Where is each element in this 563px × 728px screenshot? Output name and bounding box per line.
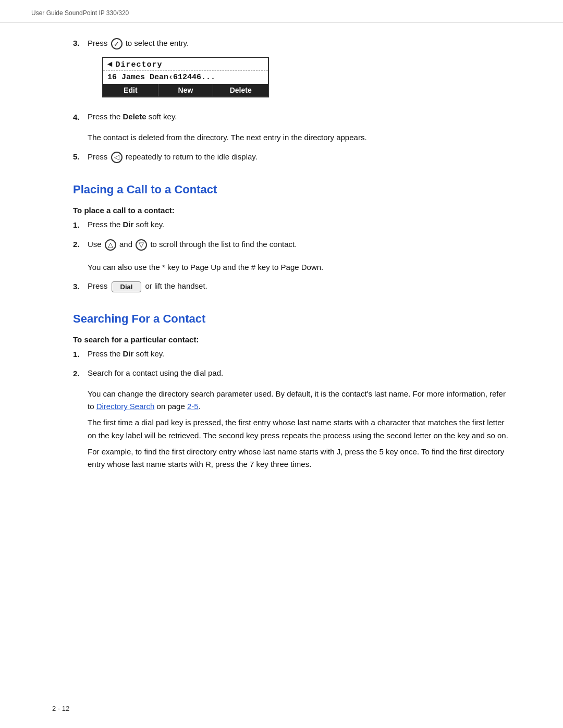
section2-heading: Searching For a Contact [73, 312, 511, 326]
page-link[interactable]: 2-5 [187, 402, 199, 411]
section1-step1-num: 1. [73, 220, 88, 229]
section1-step2: 2. Use △ and ▽ to scroll through the lis… [73, 239, 511, 254]
note5: For example, to find the first directory… [88, 446, 511, 472]
note4: The first time a dial pad key is pressed… [88, 416, 511, 442]
section1-step1-bold: Dir [123, 220, 134, 229]
step-4: 4. Press the Delete soft key. [73, 112, 511, 124]
note3: You can change the directory search para… [88, 388, 511, 414]
section1-subheading: To place a call to a contact: [73, 206, 511, 215]
step-5-num: 5. [73, 152, 88, 161]
section2-step2-num: 2. [73, 368, 88, 378]
screen-row1: ◄ Directory [103, 58, 268, 71]
screen-edit-btn[interactable]: Edit [103, 84, 158, 96]
up-arrow-icon: △ [105, 239, 116, 251]
device-screen: ◄ Directory 16 James Dean‹612446... Edit… [102, 57, 269, 97]
screen-buttons: Edit New Delete [103, 84, 268, 96]
screen-delete-btn[interactable]: Delete [213, 84, 268, 96]
step-5: 5. Press ◁ repeatedly to return to the i… [73, 152, 511, 166]
step-3a-content: Press ✓ to select the entry. ◄ Directory… [88, 38, 511, 105]
section2-step2: 2. Search for a contact using the dial p… [73, 368, 511, 380]
page-number: 2 - 12 [52, 705, 69, 712]
section2-step2-text: Search for a contact using the dial pad. [88, 368, 511, 377]
section1-step2-content: Use △ and ▽ to scroll through the list t… [88, 239, 511, 254]
section2-step1-content: Press the Dir soft key. [88, 349, 511, 361]
section1-step3-content: Press Dial or lift the handset. [88, 281, 511, 295]
directory-search-link[interactable]: Directory Search [96, 402, 155, 411]
screen-title: Directory [116, 60, 163, 69]
step-4-bold: Delete [123, 112, 146, 121]
section1-step3: 3. Press Dial or lift the handset. [73, 281, 511, 295]
screen-new-btn[interactable]: New [158, 84, 214, 96]
step-3a-num: 3. [73, 38, 88, 47]
section2-step1: 1. Press the Dir soft key. [73, 349, 511, 361]
step-5-text: Press ◁ repeatedly to return to the idle… [88, 152, 511, 163]
section1-step1-content: Press the Dir soft key. [88, 220, 511, 232]
step-4-content: Press the Delete soft key. [88, 112, 511, 124]
screen-entry: 16 James Dean‹612446... [103, 71, 268, 84]
step-3a-text: Press ✓ to select the entry. [88, 38, 511, 50]
step-5-content: Press ◁ repeatedly to return to the idle… [88, 152, 511, 166]
section1-heading: Placing a Call to a Contact [73, 183, 511, 196]
note1: The contact is deleted from the director… [88, 131, 511, 144]
checkmark-icon: ✓ [111, 38, 123, 50]
back-arrow-icon: ◁ [111, 152, 123, 163]
section1-step1: 1. Press the Dir soft key. [73, 220, 511, 232]
section2-step1-bold: Dir [123, 349, 134, 358]
page-header: User Guide SoundPoint IP 330/320 [0, 0, 563, 22]
section2-step1-num: 1. [73, 349, 88, 359]
down-arrow-icon: ▽ [136, 239, 147, 251]
header-label: User Guide SoundPoint IP 330/320 [31, 9, 129, 17]
dial-button[interactable]: Dial [112, 281, 142, 292]
note2: You can also use the * key to Page Up an… [88, 261, 511, 274]
section2-subheading: To search for a particular contact: [73, 335, 511, 344]
page-content: 3. Press ✓ to select the entry. ◄ Direct… [0, 22, 563, 505]
step-4-text: Press the Delete soft key. [88, 112, 511, 121]
step-3a: 3. Press ✓ to select the entry. ◄ Direct… [73, 38, 511, 105]
section1-step2-num: 2. [73, 239, 88, 249]
step-4-num: 4. [73, 112, 88, 121]
section1-step3-num: 3. [73, 281, 88, 291]
screen-cursor: ◄ [107, 60, 113, 69]
page-footer: 2 - 12 [52, 705, 69, 712]
section2-step2-content: Search for a contact using the dial pad. [88, 368, 511, 380]
